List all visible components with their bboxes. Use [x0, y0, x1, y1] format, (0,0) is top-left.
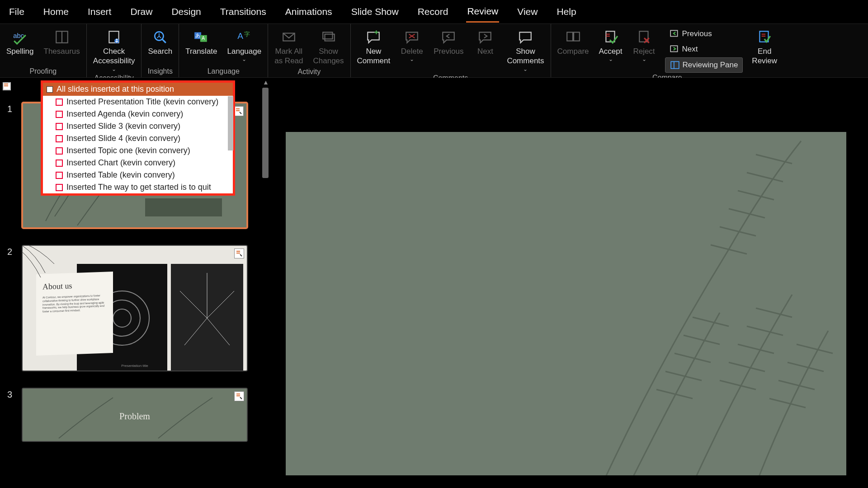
- scrollbar-thumb[interactable]: [262, 88, 269, 178]
- scroll-up-arrow[interactable]: ▲: [262, 79, 269, 86]
- previous-comment-button[interactable]: Previous: [430, 26, 467, 58]
- next-comment-icon: [477, 28, 493, 47]
- svg-text:A: A: [202, 35, 205, 41]
- revision-item[interactable]: Inserted Chart (kevin convery): [43, 157, 233, 169]
- menu-home[interactable]: Home: [42, 2, 70, 22]
- compare-button[interactable]: Compare: [554, 26, 593, 58]
- new-comment-icon: [366, 28, 381, 47]
- svg-rect-28: [145, 198, 222, 216]
- checkbox-icon[interactable]: [56, 135, 63, 142]
- about-us-body: At Contoso, we empower organizations to …: [42, 294, 107, 314]
- translate-icon: あA: [193, 28, 209, 47]
- thumb-footer: Presentation title: [23, 364, 247, 368]
- next-comment-button[interactable]: Next: [470, 26, 500, 58]
- accept-icon: [603, 28, 618, 47]
- new-comment-button[interactable]: New Comment: [354, 26, 394, 68]
- revision-item[interactable]: Inserted Topic one (kevin convery): [43, 145, 233, 157]
- language-button[interactable]: A字 Language ⌄: [224, 26, 265, 64]
- chevron-down-icon: ⌄: [609, 56, 613, 62]
- menu-record[interactable]: Record: [417, 2, 449, 22]
- revision-item[interactable]: Inserted Table (kevin convery): [43, 169, 233, 181]
- reject-button[interactable]: Reject ⌄: [629, 26, 660, 64]
- chevron-down-icon: ⌄: [642, 56, 646, 62]
- revision-item[interactable]: Inserted The way to get started is to qu…: [43, 181, 233, 193]
- main-area: ▲ 1 2: [0, 78, 868, 488]
- menu-design[interactable]: Design: [170, 2, 202, 22]
- reviewing-pane-button[interactable]: Reviewing Pane: [665, 57, 743, 73]
- menu-review[interactable]: Review: [466, 1, 499, 23]
- svg-point-5: [116, 39, 118, 40]
- revision-popup-header-text: All slides inserted at this position: [57, 84, 174, 94]
- menu-slideshow[interactable]: Slide Show: [350, 2, 400, 22]
- compare-previous-button[interactable]: Previous: [665, 27, 743, 41]
- reject-icon: [637, 28, 652, 47]
- popup-scrollbar[interactable]: [228, 96, 233, 150]
- checkbox-icon[interactable]: [56, 147, 63, 155]
- menu-insert[interactable]: Insert: [87, 2, 113, 22]
- check-accessibility-button[interactable]: Check Accessibility ⌄: [90, 26, 139, 74]
- slide-editor: [271, 78, 868, 488]
- revision-item[interactable]: Inserted Slide 4 (kevin convery): [43, 132, 233, 145]
- revision-item[interactable]: Inserted Presentation Title (kevin conve…: [43, 96, 233, 108]
- menu-help[interactable]: Help: [556, 2, 577, 22]
- spelling-button[interactable]: abc Spelling: [3, 26, 38, 58]
- revision-popup-header[interactable]: All slides inserted at this position: [43, 83, 233, 96]
- revision-item[interactable]: Inserted Agenda (kevin convery): [43, 108, 233, 120]
- ribbon-group-comments: New Comment Delete ⌄ Previous Next Show …: [351, 24, 551, 77]
- previous-comment-icon: [441, 28, 456, 47]
- show-comments-button[interactable]: Show Comments ⌄: [503, 26, 547, 74]
- menu-animations[interactable]: Animations: [284, 2, 333, 22]
- checkbox-icon[interactable]: [47, 86, 53, 93]
- slide-canvas[interactable]: [286, 132, 846, 475]
- revision-badge-icon[interactable]: [234, 106, 244, 116]
- slide-thumbnail-2[interactable]: 2 About us At Contoso, we empower organi…: [7, 245, 258, 371]
- thumbnail-image: About us At Contoso, we empower organiza…: [22, 245, 248, 371]
- revision-marker-icon[interactable]: [3, 82, 11, 90]
- group-label-activity: Activity: [271, 68, 347, 77]
- slide-thumbnail-panel: ▲ 1 2: [0, 78, 271, 488]
- end-review-button[interactable]: End Review: [748, 26, 781, 68]
- checkbox-icon[interactable]: [56, 172, 63, 179]
- compare-icon: [566, 28, 581, 47]
- chevron-down-icon: ⌄: [242, 56, 246, 62]
- menu-file[interactable]: File: [8, 2, 25, 22]
- slide-number: 1: [7, 102, 15, 114]
- search-button[interactable]: Search: [144, 26, 176, 58]
- thumbnail-image: Problem: [22, 388, 248, 442]
- ribbon-group-accessibility: Check Accessibility ⌄ Accessibility: [87, 24, 142, 77]
- checkbox-icon[interactable]: [56, 99, 63, 106]
- revision-badge-icon[interactable]: [234, 249, 244, 258]
- delete-comment-icon: [404, 28, 420, 47]
- checkbox-icon[interactable]: [56, 123, 63, 130]
- menu-view[interactable]: View: [516, 2, 538, 22]
- thesaurus-button[interactable]: Thesaurus: [40, 26, 84, 58]
- menu-transitions[interactable]: Transitions: [219, 2, 267, 22]
- slide-fern-artwork: [286, 132, 846, 475]
- compare-next-button[interactable]: Next: [665, 42, 743, 56]
- checkbox-icon[interactable]: [56, 184, 63, 191]
- slide3-title: Problem: [23, 411, 247, 422]
- mark-all-read-button[interactable]: Mark All as Read: [271, 26, 307, 68]
- svg-text:A: A: [237, 31, 243, 41]
- slide-thumbnail-3[interactable]: 3 Problem: [7, 388, 258, 442]
- previous-icon: [670, 28, 679, 39]
- translate-button[interactable]: あA Translate: [182, 26, 221, 58]
- mark-read-icon: [281, 28, 297, 47]
- show-changes-button[interactable]: Show Changes: [310, 26, 348, 68]
- checkbox-icon[interactable]: [56, 111, 63, 118]
- ribbon-group-insights: Search Insights: [142, 24, 179, 77]
- reviewing-pane-icon: [670, 60, 680, 70]
- accept-button[interactable]: Accept ⌄: [595, 26, 626, 64]
- ribbon-group-proofing: abc Spelling Thesaurus Proofing: [0, 24, 87, 77]
- search-icon: [152, 28, 168, 47]
- delete-comment-button[interactable]: Delete ⌄: [396, 26, 427, 64]
- menu-draw[interactable]: Draw: [129, 2, 153, 22]
- revision-item[interactable]: Inserted Slide 3 (kevin convery): [43, 120, 233, 132]
- svg-rect-17: [567, 32, 573, 41]
- revision-badge-icon[interactable]: [234, 391, 244, 401]
- checkbox-icon[interactable]: [56, 160, 63, 167]
- menu-bar: File Home Insert Draw Design Transitions…: [0, 0, 868, 23]
- spelling-icon: abc: [12, 28, 28, 47]
- ribbon-group-activity: Mark All as Read Show Changes Activity: [268, 24, 350, 77]
- slide-number: 2: [7, 245, 15, 257]
